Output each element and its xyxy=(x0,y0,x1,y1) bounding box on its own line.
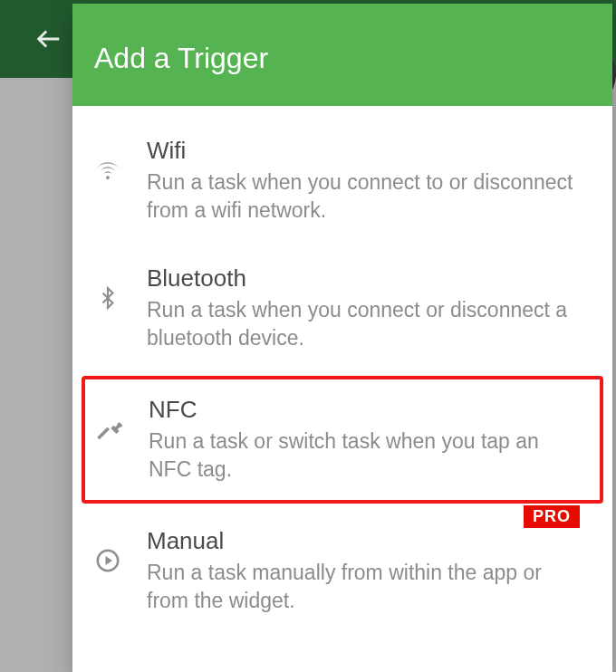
dialog-header: Add a Trigger xyxy=(72,4,612,106)
trigger-list: Wifi Run a task when you connect to or d… xyxy=(72,106,612,635)
trigger-item-bluetooth[interactable]: Bluetooth Run a task when you connect or… xyxy=(72,245,612,372)
bluetooth-icon xyxy=(92,264,123,312)
trigger-description: Run a task manually from within the app … xyxy=(147,559,582,615)
play-circle-icon xyxy=(92,527,123,574)
trigger-text: Bluetooth Run a task when you connect or… xyxy=(147,264,582,352)
highlight-annotation: NFC Run a task or switch task when you t… xyxy=(82,376,603,504)
trigger-text: Wifi Run a task when you connect to or d… xyxy=(147,137,582,225)
trigger-text: Manual Run a task manually from within t… xyxy=(147,527,582,615)
trigger-text: NFC Run a task or switch task when you t… xyxy=(149,396,580,484)
trigger-title: NFC xyxy=(149,396,580,424)
trigger-title: Bluetooth xyxy=(147,264,582,293)
trigger-description: Run a task or switch task when you tap a… xyxy=(149,427,580,484)
trigger-description: Run a task when you connect or disconnec… xyxy=(147,296,582,352)
add-trigger-dialog: Add a Trigger Wifi Run a task when you c… xyxy=(72,4,612,672)
trigger-item-nfc[interactable]: NFC Run a task or switch task when you t… xyxy=(94,396,580,484)
dialog-title: Add a Trigger xyxy=(94,42,268,74)
trigger-description: Run a task when you connect to or discon… xyxy=(147,168,582,225)
wifi-icon xyxy=(92,137,123,184)
trigger-item-wifi[interactable]: Wifi Run a task when you connect to or d… xyxy=(72,117,612,245)
back-icon[interactable] xyxy=(31,24,67,54)
nfc-icon xyxy=(94,396,125,443)
trigger-title: Manual xyxy=(147,527,582,555)
trigger-title: Wifi xyxy=(147,137,582,165)
pro-badge: PRO xyxy=(524,505,580,528)
